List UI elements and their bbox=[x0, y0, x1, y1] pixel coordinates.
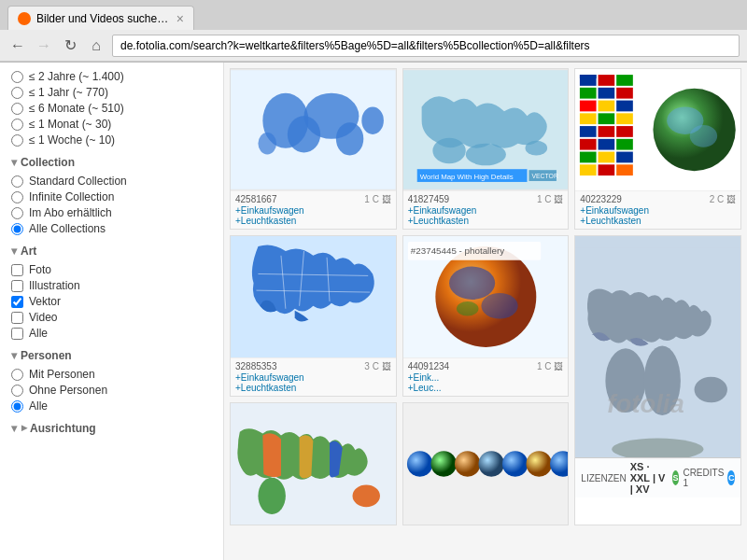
card-info-1: 42581667 1 C 🖼 +Einkaufswagen +Leuchtkas… bbox=[231, 190, 396, 229]
card-action-lightbox-2[interactable]: +Leuchtkasten bbox=[408, 216, 564, 226]
svg-point-48 bbox=[435, 246, 536, 347]
svg-point-66 bbox=[502, 451, 528, 476]
personen-radio-1[interactable] bbox=[11, 369, 23, 381]
art-checkbox-illustration[interactable] bbox=[11, 280, 23, 292]
reload-button[interactable]: ↻ bbox=[60, 35, 80, 56]
collection-radio-2[interactable] bbox=[11, 191, 23, 203]
active-tab[interactable]: Bilder und Videos suchen... × bbox=[7, 6, 194, 30]
date-label-2: ≤ 1 Jahr bbox=[29, 86, 69, 99]
collection-standard[interactable]: Standard Collection bbox=[11, 175, 212, 188]
personen-section-title[interactable]: Personen bbox=[11, 349, 212, 362]
image-card-5[interactable]: #23745445 - photallery 44091234 1 C 🖼 +E… bbox=[402, 235, 570, 397]
svg-rect-33 bbox=[616, 88, 633, 99]
date-filter-item[interactable]: ≤ 1 Woche (~ 10) bbox=[11, 133, 212, 147]
art-vektor[interactable]: Vektor bbox=[11, 295, 212, 308]
svg-point-62 bbox=[407, 451, 432, 476]
card-id-5: 44091234 bbox=[408, 361, 450, 371]
svg-rect-25 bbox=[599, 88, 615, 99]
collection-abo[interactable]: Im Abo erhältlich bbox=[11, 206, 212, 219]
art-alle[interactable]: Alle bbox=[11, 327, 212, 340]
card-action-cart-5[interactable]: +Eink... bbox=[408, 372, 564, 383]
svg-rect-27 bbox=[599, 113, 615, 124]
tab-close-button[interactable]: × bbox=[176, 11, 184, 26]
ausrichtung-filter-section: ▾ Ausrichtung bbox=[11, 422, 212, 435]
art-checkbox-vektor[interactable] bbox=[11, 296, 23, 308]
art-filter-section: Art Foto Illustration Vektor Video Alle bbox=[11, 245, 212, 340]
nav-bar: ← → ↻ ⌂ bbox=[0, 30, 747, 62]
image-placeholder-8 bbox=[403, 403, 569, 525]
collection-radio-1[interactable] bbox=[11, 175, 23, 188]
collection-radio-3[interactable] bbox=[11, 207, 23, 219]
art-checkbox-video[interactable] bbox=[11, 312, 23, 324]
svg-rect-34 bbox=[616, 101, 633, 112]
card-action-lightbox-1[interactable]: +Leuchtkasten bbox=[235, 216, 391, 226]
image-card-6[interactable]: fotolia LIZENZEN XS · XXL | V | XV S CRE… bbox=[574, 235, 741, 525]
svg-rect-31 bbox=[599, 164, 615, 175]
personen-mit[interactable]: Mit Personen bbox=[11, 368, 212, 381]
license-sizes: XS · XXL | V | XV bbox=[630, 461, 669, 495]
art-checkbox-foto[interactable] bbox=[11, 264, 23, 276]
date-filter-item[interactable]: ≤ 1 Monat (~ 30) bbox=[11, 118, 212, 131]
card-info-5: 44091234 1 C 🖼 +Eink... +Leuc... bbox=[403, 357, 569, 396]
collection-radio-4[interactable] bbox=[11, 223, 23, 235]
date-radio-4[interactable] bbox=[11, 119, 23, 131]
date-filter-item[interactable]: ≤ 1 Jahr (~ 770) bbox=[11, 86, 212, 99]
date-radio-2[interactable] bbox=[11, 87, 23, 99]
image-card-3[interactable]: 40223229 2 C 🖼 +Einkaufswagen +Leuchtkas… bbox=[574, 68, 741, 230]
personen-alle[interactable]: Alle bbox=[11, 399, 212, 413]
back-button[interactable]: ← bbox=[7, 35, 28, 56]
svg-rect-37 bbox=[616, 139, 633, 150]
card-action-lightbox-5[interactable]: +Leuc... bbox=[408, 383, 564, 393]
date-filter-item[interactable]: ≤ 2 Jahre (~ 1.400) bbox=[11, 70, 212, 83]
personen-ohne[interactable]: Ohne Personen bbox=[11, 384, 212, 397]
credits-label: CREDITS 1 bbox=[683, 468, 724, 488]
collection-infinite[interactable]: Infinite Collection bbox=[11, 190, 212, 203]
main-content: 42581667 1 C 🖼 +Einkaufswagen +Leuchtkas… bbox=[224, 63, 747, 560]
svg-rect-21 bbox=[580, 139, 597, 150]
svg-text:#23745445 - photallery: #23745445 - photallery bbox=[411, 245, 504, 256]
date-filter-item[interactable]: ≤ 6 Monate (~ 510) bbox=[11, 102, 212, 115]
art-section-title[interactable]: Art bbox=[11, 245, 212, 258]
art-video[interactable]: Video bbox=[11, 311, 212, 324]
image-card-1[interactable]: 42581667 1 C 🖼 +Einkaufswagen +Leuchtkas… bbox=[230, 68, 397, 230]
art-label-video: Video bbox=[29, 311, 57, 324]
art-label-foto: Foto bbox=[29, 263, 51, 276]
card-action-lightbox-3[interactable]: +Leuchtkasten bbox=[580, 216, 736, 226]
svg-rect-26 bbox=[599, 101, 615, 112]
date-count-4: (~ 30) bbox=[82, 118, 112, 131]
card-actions-3: +Einkaufswagen +Leuchtkasten bbox=[580, 205, 736, 226]
collection-section-title[interactable]: Collection bbox=[11, 156, 212, 169]
card-id-2: 41827459 bbox=[408, 194, 450, 204]
image-card-2[interactable]: World Map With High Details VECTOR 41827… bbox=[402, 68, 570, 230]
date-radio-1[interactable] bbox=[11, 71, 23, 83]
date-radio-5[interactable] bbox=[11, 134, 23, 147]
personen-radio-3[interactable] bbox=[11, 400, 23, 413]
address-bar[interactable] bbox=[112, 35, 740, 57]
date-radio-3[interactable] bbox=[11, 103, 23, 115]
personen-filter-section: Personen Mit Personen Ohne Personen Alle bbox=[11, 349, 212, 413]
card-info-2: 41827459 1 C 🖼 +Einkaufswagen +Leuchtkas… bbox=[403, 190, 569, 229]
collection-label-3: Im Abo erhältlich bbox=[29, 206, 112, 219]
card-action-cart-2[interactable]: +Einkaufswagen bbox=[408, 205, 564, 216]
card-action-cart-4[interactable]: +Einkaufswagen bbox=[235, 372, 391, 383]
collection-label-2: Infinite Collection bbox=[29, 190, 114, 203]
svg-point-8 bbox=[432, 138, 465, 163]
collection-label-4: Alle Collections bbox=[29, 222, 106, 235]
date-label-3: ≤ 6 Monate bbox=[29, 102, 85, 115]
art-illustration[interactable]: Illustration bbox=[11, 279, 212, 292]
card-action-lightbox-4[interactable]: +Leuchtkasten bbox=[235, 383, 391, 393]
card-action-cart-3[interactable]: +Einkaufswagen bbox=[580, 205, 736, 216]
home-button[interactable]: ⌂ bbox=[86, 35, 106, 56]
image-card-4[interactable]: 32885353 3 C 🖼 +Einkaufswagen +Leuchtkas… bbox=[230, 235, 397, 397]
card-action-cart-1[interactable]: +Einkaufswagen bbox=[235, 205, 391, 216]
forward-button[interactable]: → bbox=[34, 35, 54, 56]
card-actions-5: +Eink... +Leuc... bbox=[408, 372, 564, 393]
image-card-8[interactable] bbox=[402, 402, 570, 525]
card-actions-2: +Einkaufswagen +Leuchtkasten bbox=[408, 205, 564, 226]
ausrichtung-section-title[interactable]: ▾ Ausrichtung bbox=[11, 422, 212, 435]
image-card-7[interactable] bbox=[230, 402, 397, 525]
personen-radio-2[interactable] bbox=[11, 385, 23, 397]
collection-alle[interactable]: Alle Collections bbox=[11, 222, 212, 235]
art-checkbox-alle[interactable] bbox=[11, 328, 23, 340]
art-foto[interactable]: Foto bbox=[11, 263, 212, 276]
